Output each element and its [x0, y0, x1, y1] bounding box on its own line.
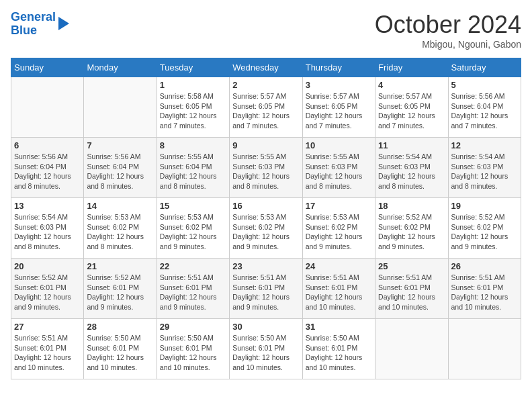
- day-detail: Sunrise: 5:54 AMSunset: 6:03 PMDaylight:…: [14, 212, 81, 252]
- day-number: 14: [87, 201, 153, 211]
- logo-arrow-icon: [58, 17, 69, 30]
- calendar-week-1: 1Sunrise: 5:58 AMSunset: 6:05 PMDaylight…: [11, 77, 521, 138]
- day-number: 13: [14, 201, 81, 211]
- calendar-cell: 7Sunrise: 5:56 AMSunset: 6:04 PMDaylight…: [84, 138, 157, 198]
- day-detail: Sunrise: 5:51 AMSunset: 6:01 PMDaylight:…: [306, 273, 372, 312]
- calendar-cell: 9Sunrise: 5:55 AMSunset: 6:03 PMDaylight…: [230, 138, 302, 198]
- day-detail: Sunrise: 5:57 AMSunset: 6:05 PMDaylight:…: [378, 91, 445, 131]
- day-number: 18: [378, 201, 445, 211]
- calendar-cell: 13Sunrise: 5:54 AMSunset: 6:03 PMDayligh…: [11, 198, 84, 259]
- day-detail: Sunrise: 5:50 AMSunset: 6:01 PMDaylight:…: [232, 333, 299, 373]
- day-detail: Sunrise: 5:52 AMSunset: 6:02 PMDaylight:…: [378, 212, 445, 252]
- day-number: 30: [232, 322, 299, 332]
- day-detail: Sunrise: 5:54 AMSunset: 6:03 PMDaylight:…: [378, 152, 445, 191]
- day-detail: Sunrise: 5:51 AMSunset: 6:01 PMDaylight:…: [451, 273, 518, 312]
- day-detail: Sunrise: 5:53 AMSunset: 6:02 PMDaylight:…: [306, 212, 372, 252]
- day-detail: Sunrise: 5:51 AMSunset: 6:01 PMDaylight:…: [378, 273, 445, 312]
- calendar-header-thursday: Thursday: [302, 58, 375, 77]
- day-detail: Sunrise: 5:56 AMSunset: 6:04 PMDaylight:…: [87, 152, 153, 191]
- day-number: 29: [160, 322, 226, 332]
- day-number: 10: [306, 140, 372, 150]
- day-number: 1: [160, 80, 226, 90]
- calendar-cell: 31Sunrise: 5:50 AMSunset: 6:01 PMDayligh…: [302, 319, 375, 379]
- day-detail: Sunrise: 5:56 AMSunset: 6:04 PMDaylight:…: [451, 91, 518, 131]
- calendar-cell: 22Sunrise: 5:51 AMSunset: 6:01 PMDayligh…: [157, 259, 229, 319]
- calendar-cell: 2Sunrise: 5:57 AMSunset: 6:05 PMDaylight…: [230, 77, 302, 138]
- day-number: 6: [14, 140, 81, 150]
- calendar-header-friday: Friday: [375, 58, 448, 77]
- day-number: 21: [87, 261, 153, 271]
- calendar-header-tuesday: Tuesday: [157, 58, 229, 77]
- calendar-cell: 6Sunrise: 5:56 AMSunset: 6:04 PMDaylight…: [11, 138, 84, 198]
- logo: GeneralBlue: [11, 11, 69, 38]
- day-number: 12: [451, 140, 518, 150]
- day-number: 23: [232, 261, 299, 271]
- calendar-cell: [448, 319, 521, 379]
- calendar-header-wednesday: Wednesday: [230, 58, 302, 77]
- calendar-header-monday: Monday: [84, 58, 157, 77]
- calendar-cell: 17Sunrise: 5:53 AMSunset: 6:02 PMDayligh…: [302, 198, 375, 259]
- calendar-cell: 23Sunrise: 5:51 AMSunset: 6:01 PMDayligh…: [230, 259, 302, 319]
- day-number: 7: [87, 140, 153, 150]
- calendar-table: SundayMondayTuesdayWednesdayThursdayFrid…: [11, 58, 521, 379]
- day-number: 17: [306, 201, 372, 211]
- calendar-cell: 21Sunrise: 5:52 AMSunset: 6:01 PMDayligh…: [84, 259, 157, 319]
- day-number: 19: [451, 201, 518, 211]
- day-detail: Sunrise: 5:55 AMSunset: 6:03 PMDaylight:…: [306, 152, 372, 191]
- calendar-cell: 5Sunrise: 5:56 AMSunset: 6:04 PMDaylight…: [448, 77, 521, 138]
- calendar-header-row: SundayMondayTuesdayWednesdayThursdayFrid…: [11, 58, 521, 77]
- day-detail: Sunrise: 5:56 AMSunset: 6:04 PMDaylight:…: [14, 152, 81, 191]
- calendar-cell: 18Sunrise: 5:52 AMSunset: 6:02 PMDayligh…: [375, 198, 448, 259]
- day-number: 25: [378, 261, 445, 271]
- calendar-cell: 24Sunrise: 5:51 AMSunset: 6:01 PMDayligh…: [302, 259, 375, 319]
- day-number: 5: [451, 80, 518, 90]
- calendar-week-4: 20Sunrise: 5:52 AMSunset: 6:01 PMDayligh…: [11, 259, 521, 319]
- day-detail: Sunrise: 5:50 AMSunset: 6:01 PMDaylight:…: [160, 333, 226, 373]
- day-number: 24: [306, 261, 372, 271]
- calendar-cell: 25Sunrise: 5:51 AMSunset: 6:01 PMDayligh…: [375, 259, 448, 319]
- calendar-header-sunday: Sunday: [11, 58, 84, 77]
- day-number: 4: [378, 80, 445, 90]
- calendar-cell: 1Sunrise: 5:58 AMSunset: 6:05 PMDaylight…: [157, 77, 229, 138]
- calendar-week-5: 27Sunrise: 5:51 AMSunset: 6:01 PMDayligh…: [11, 319, 521, 379]
- day-detail: Sunrise: 5:53 AMSunset: 6:02 PMDaylight:…: [232, 212, 299, 252]
- day-number: 22: [160, 261, 226, 271]
- day-detail: Sunrise: 5:55 AMSunset: 6:03 PMDaylight:…: [232, 152, 299, 191]
- day-number: 28: [87, 322, 153, 332]
- day-detail: Sunrise: 5:50 AMSunset: 6:01 PMDaylight:…: [306, 333, 372, 373]
- day-detail: Sunrise: 5:50 AMSunset: 6:01 PMDaylight:…: [87, 333, 153, 373]
- calendar-cell: 3Sunrise: 5:57 AMSunset: 6:05 PMDaylight…: [302, 77, 375, 138]
- logo-text: GeneralBlue: [11, 11, 56, 38]
- calendar-cell: 28Sunrise: 5:50 AMSunset: 6:01 PMDayligh…: [84, 319, 157, 379]
- calendar-cell: 12Sunrise: 5:54 AMSunset: 6:03 PMDayligh…: [448, 138, 521, 198]
- calendar-cell: [84, 77, 157, 138]
- calendar-cell: [375, 319, 448, 379]
- calendar-cell: 4Sunrise: 5:57 AMSunset: 6:05 PMDaylight…: [375, 77, 448, 138]
- day-number: 2: [232, 80, 299, 90]
- calendar-cell: 10Sunrise: 5:55 AMSunset: 6:03 PMDayligh…: [302, 138, 375, 198]
- title-section: October 2024 Mbigou, Ngouni, Gabon: [375, 11, 521, 50]
- calendar-cell: 16Sunrise: 5:53 AMSunset: 6:02 PMDayligh…: [230, 198, 302, 259]
- day-number: 31: [306, 322, 372, 332]
- calendar-cell: 30Sunrise: 5:50 AMSunset: 6:01 PMDayligh…: [230, 319, 302, 379]
- day-detail: Sunrise: 5:57 AMSunset: 6:05 PMDaylight:…: [306, 91, 372, 131]
- day-detail: Sunrise: 5:51 AMSunset: 6:01 PMDaylight:…: [232, 273, 299, 312]
- calendar-cell: 27Sunrise: 5:51 AMSunset: 6:01 PMDayligh…: [11, 319, 84, 379]
- calendar-cell: 11Sunrise: 5:54 AMSunset: 6:03 PMDayligh…: [375, 138, 448, 198]
- day-detail: Sunrise: 5:52 AMSunset: 6:01 PMDaylight:…: [14, 273, 81, 312]
- calendar-cell: 19Sunrise: 5:52 AMSunset: 6:02 PMDayligh…: [448, 198, 521, 259]
- calendar-cell: 29Sunrise: 5:50 AMSunset: 6:01 PMDayligh…: [157, 319, 229, 379]
- day-detail: Sunrise: 5:53 AMSunset: 6:02 PMDaylight:…: [160, 212, 226, 252]
- calendar-cell: 20Sunrise: 5:52 AMSunset: 6:01 PMDayligh…: [11, 259, 84, 319]
- calendar-cell: [11, 77, 84, 138]
- day-number: 20: [14, 261, 81, 271]
- page-header: GeneralBlue October 2024 Mbigou, Ngouni,…: [11, 11, 521, 50]
- day-number: 3: [306, 80, 372, 90]
- day-detail: Sunrise: 5:52 AMSunset: 6:02 PMDaylight:…: [451, 212, 518, 252]
- day-detail: Sunrise: 5:55 AMSunset: 6:04 PMDaylight:…: [160, 152, 226, 191]
- day-number: 27: [14, 322, 81, 332]
- calendar-cell: 14Sunrise: 5:53 AMSunset: 6:02 PMDayligh…: [84, 198, 157, 259]
- day-detail: Sunrise: 5:51 AMSunset: 6:01 PMDaylight:…: [160, 273, 226, 312]
- calendar-week-2: 6Sunrise: 5:56 AMSunset: 6:04 PMDaylight…: [11, 138, 521, 198]
- day-detail: Sunrise: 5:57 AMSunset: 6:05 PMDaylight:…: [232, 91, 299, 131]
